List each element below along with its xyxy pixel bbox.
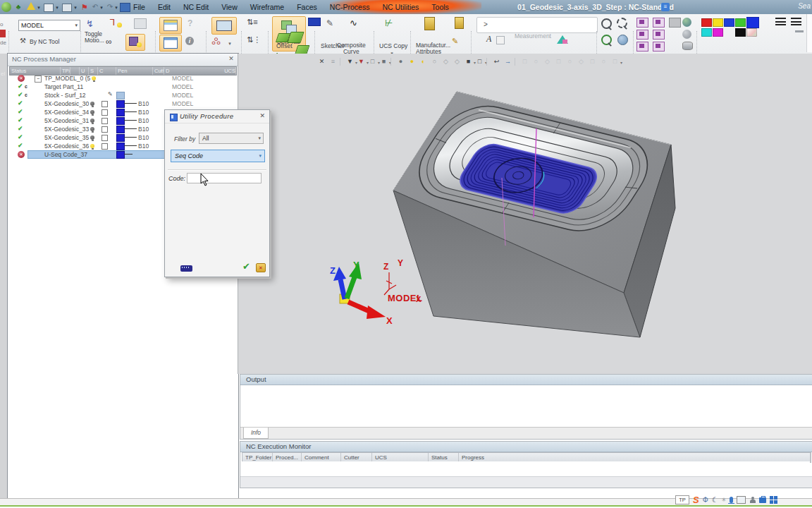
tab-info[interactable]: Info [243, 428, 269, 439]
save-as-icon[interactable] [62, 4, 72, 12]
row-name[interactable]: 5X-Geodesic_35 [44, 134, 89, 141]
dropdown-icon[interactable]: ▾ [36, 5, 42, 11]
bulb-icon[interactable] [90, 127, 94, 131]
ucs-copy-label[interactable]: UCS Copy [379, 42, 407, 49]
zoom-fit-icon[interactable] [601, 35, 612, 45]
monitor-header[interactable]: NC Execution Monitor [240, 442, 812, 452]
row-name[interactable]: U-Seq Code_37 [44, 151, 87, 158]
sort-tree-icon[interactable]: ⇅⋮ [247, 35, 261, 44]
filter-combobox[interactable]: All ▾ [199, 133, 264, 144]
bulb-icon[interactable] [90, 110, 94, 114]
dropdown-icon[interactable]: ▾ [99, 5, 104, 11]
save-icon[interactable] [44, 4, 54, 12]
pencil-bulb-icon[interactable]: ✎ [452, 37, 458, 46]
menu-item[interactable]: NC-Process [324, 3, 376, 11]
color-swatch-green[interactable] [735, 18, 746, 27]
chevron-down-icon[interactable]: ▾ [259, 153, 262, 159]
color-swatch-red[interactable] [701, 18, 712, 27]
process-tree-row[interactable]: ✔ c ✕ − Target Part_11 ✎ MODEL [9, 83, 235, 91]
cutter-color-swatch[interactable] [116, 126, 125, 133]
note-icon[interactable] [496, 36, 505, 44]
view-front-icon[interactable] [653, 18, 665, 28]
utility-procedure-dialog[interactable]: Utility Procedure ✕ Filter by All ▾ Seq … [164, 109, 270, 277]
blue-rect-icon[interactable] [308, 18, 321, 26]
cutter-color-swatch[interactable] [116, 151, 125, 159]
chevron-down-icon[interactable]: ▾ [75, 23, 78, 28]
expander-icon[interactable]: − [35, 75, 42, 83]
by-nc-tool-label[interactable]: By NC Tool [30, 38, 59, 45]
menu-item[interactable]: File [127, 3, 152, 11]
row-checkbox[interactable] [102, 101, 108, 107]
tp-indicator[interactable]: TP [675, 495, 689, 504]
output-header[interactable]: Output [240, 375, 812, 385]
line-styles-icon[interactable] [791, 18, 801, 25]
view-iso-icon[interactable] [636, 18, 648, 28]
process-tree-row[interactable]: ✔ c ✕ − 5X-Geodesic_30 ✎ B10 MODEL [9, 99, 235, 108]
dropdown-icon[interactable]: ▾ [227, 41, 233, 47]
menu-item[interactable]: NC Edit [177, 3, 215, 11]
color-swatch-magenta[interactable] [713, 28, 723, 37]
dropdown-icon[interactable]: ▾ [113, 5, 119, 11]
tree-icon[interactable]: ♣ [13, 2, 23, 12]
ime-phi-icon[interactable]: Φ [703, 495, 708, 504]
toggle-motion-label[interactable]: ToggleMotio... [85, 31, 104, 44]
cylinder-icon[interactable] [682, 42, 693, 50]
bulb-icon[interactable] [90, 119, 94, 123]
3d-scene[interactable]: Z Y X Z Y MODEL X [238, 54, 812, 374]
menu-item[interactable]: Tools [425, 3, 455, 11]
cutter-color-swatch[interactable] [116, 92, 125, 99]
wireframe-globe-icon[interactable] [682, 30, 691, 39]
zoom-icon[interactable] [601, 18, 612, 29]
cutter-color-swatch[interactable] [116, 117, 125, 125]
zoom-window-icon[interactable] [617, 18, 627, 28]
procedure-combobox[interactable]: Seq Code ▾ [171, 150, 265, 162]
menu-item[interactable]: Wireframe [244, 3, 290, 11]
code-input[interactable] [187, 173, 262, 183]
row-checkbox[interactable] [102, 135, 108, 141]
screenshot-icon[interactable] [737, 496, 746, 504]
glasses-icon[interactable]: ∞ [106, 37, 112, 47]
thin-line-icon[interactable] [795, 30, 804, 32]
sogou-input-icon[interactable]: S [693, 495, 699, 504]
process-tree-row[interactable]: ✔ c ✕ − TP_MODEL_0 (5 ✎ MODEL [9, 74, 235, 83]
screen-display-button[interactable] [211, 17, 237, 35]
process-tree-row[interactable]: ✔ c ✕ − Stock - Surf_12 ✎ MODEL [9, 91, 235, 99]
bulb-icon[interactable] [92, 76, 96, 80]
color-swatch-blue[interactable] [724, 18, 734, 27]
app-grid-icon[interactable] [770, 496, 777, 504]
composite-curve-icon[interactable]: ∿ [350, 18, 357, 28]
row-name[interactable]: 5X-Geodesic_30 [44, 100, 89, 107]
manufacturing-tag-icon[interactable] [424, 17, 435, 30]
row-checkbox[interactable] [102, 143, 108, 150]
view-gray-cube-icon[interactable] [669, 18, 681, 28]
row-checkbox[interactable] [102, 126, 108, 133]
close-icon[interactable]: ✕ [259, 112, 265, 119]
sketcher-icon[interactable]: ✎ [326, 18, 333, 28]
bulb-icon[interactable] [90, 135, 94, 140]
microphone-icon[interactable] [730, 497, 733, 503]
color-swatch-gradient[interactable] [746, 28, 757, 37]
help-icon[interactable]: ? [187, 18, 192, 28]
row-name[interactable]: Stock - Surf_12 [44, 92, 86, 99]
color-swatch-active[interactable] [746, 17, 759, 28]
offset-label[interactable]: Offset [276, 42, 293, 49]
text-annotation-icon[interactable]: A [486, 34, 491, 44]
command-input[interactable]: > [476, 17, 598, 33]
info-icon[interactable]: i [185, 37, 194, 45]
row-name[interactable]: 5X-Geodesic_31 [44, 117, 89, 124]
menu-item[interactable]: Faces [290, 3, 324, 11]
chevron-down-icon[interactable]: ▾ [258, 135, 261, 141]
keyboard-icon[interactable] [180, 265, 192, 272]
dropdown-icon[interactable]: ▾ [54, 5, 60, 11]
search-label[interactable]: Sea [798, 2, 812, 10]
pan-icon[interactable] [617, 35, 628, 45]
cancel-exit-button[interactable]: ✕ [256, 263, 266, 272]
list-view-button[interactable] [159, 35, 182, 52]
line-weights-icon[interactable] [775, 18, 786, 25]
bulb-icon[interactable] [90, 144, 94, 148]
cutter-color-swatch[interactable] [116, 109, 125, 116]
watering-can-icon[interactable]: 🝆 [211, 35, 221, 47]
warning-save-icon[interactable] [27, 2, 35, 10]
row-checkbox[interactable] [102, 109, 108, 116]
view-back-icon[interactable] [636, 42, 648, 52]
